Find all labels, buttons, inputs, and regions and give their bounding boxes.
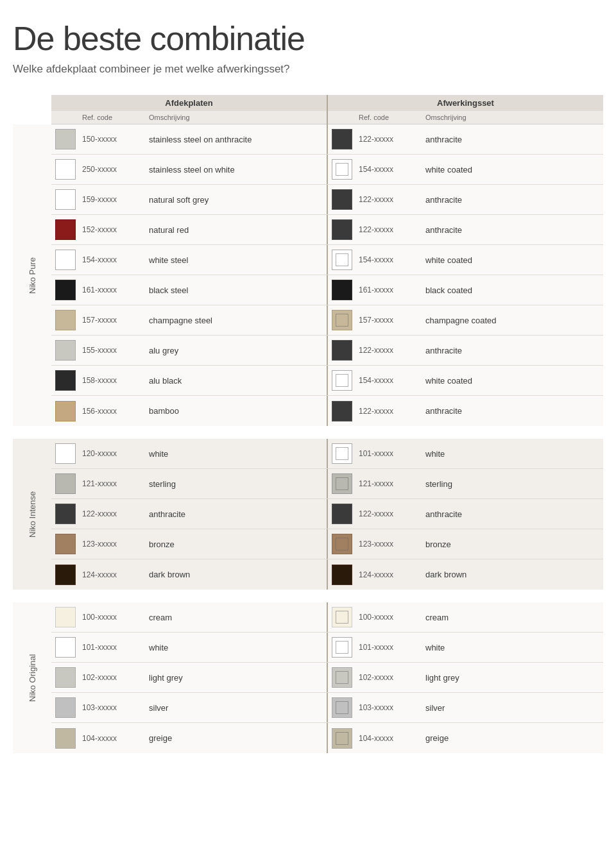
left-ref-code: 102-xxxxx [80,673,144,682]
left-icon-wrap [51,368,80,393]
table-row: 124-xxxxxdark brown124-xxxxxdark brown [51,559,603,590]
brand-label: Niko Intense [13,439,51,590]
right-icon [332,473,352,494]
right-description: white coated [420,376,603,386]
table-row: 159-xxxxxnatural soft grey122-xxxxxanthr… [51,185,603,215]
right-ref-code: 124-xxxxx [356,570,420,579]
right-ref-code: 102-xxxxx [356,673,420,682]
left-icon [55,370,76,391]
right-description: bronze [420,540,603,549]
right-icon [332,728,352,749]
right-ref-code: 100-xxxxx [356,613,420,622]
left-icon-wrap [51,501,80,527]
right-icon-wrap [328,471,356,497]
right-icon [332,697,352,718]
right-description: anthracite [420,225,603,235]
left-ref-code: 124-xxxxx [80,570,144,579]
left-icon [55,637,76,658]
left-description: stainless steel on anthracite [144,135,327,144]
table-row: 250-xxxxxstainless steel on white154-xxx… [51,155,603,185]
right-description: anthracite [420,509,603,519]
right-omschrijving-header: Omschrijving [420,114,603,121]
left-description: silver [144,703,327,713]
right-icon [332,340,352,361]
table-row: 152-xxxxxnatural red122-xxxxxanthracite [51,215,603,245]
right-ref-code: 122-xxxxx [356,225,420,234]
right-icon-wrap [328,695,356,720]
brand-data-area: 100-xxxxxcream100-xxxxxcream101-xxxxxwhi… [51,602,603,753]
left-icon-wrap [51,695,80,720]
right-icon-wrap [328,726,356,751]
right-ref-code: 161-xxxxx [356,285,420,294]
right-ref-code: 154-xxxxx [356,165,420,174]
left-icon [55,667,76,688]
left-icon-wrap [51,726,80,751]
left-icon-wrap [51,126,80,152]
left-icon-wrap [51,398,80,424]
left-icon [55,565,76,585]
left-icon [55,280,76,300]
table-row: 156-xxxxxbamboo122-xxxxxanthracite [51,396,603,426]
table-row: 100-xxxxxcream100-xxxxxcream [51,602,603,633]
section-niko-original: Niko Original100-xxxxxcream100-xxxxxcrea… [13,602,603,753]
left-description: white [144,643,327,652]
left-icon-wrap [51,634,80,660]
left-description: cream [144,613,327,622]
left-ref-code: 123-xxxxx [80,540,144,549]
left-ref-code: 100-xxxxx [80,613,144,622]
right-ref-code: 154-xxxxx [356,376,420,385]
left-description: alu black [144,376,327,386]
left-icon [55,250,76,270]
left-icon [55,401,76,421]
left-ref-code: 152-xxxxx [80,225,144,234]
left-ref-code: 122-xxxxx [80,509,144,518]
left-ref-code: 150-xxxxx [80,135,144,144]
left-ref-code: 103-xxxxx [80,703,144,712]
left-icon [55,504,76,524]
left-description: bamboo [144,406,327,416]
right-description: sterling [420,479,603,489]
sections-container: Niko Pure150-xxxxxstainless steel on ant… [13,124,603,753]
right-icon [332,565,352,585]
left-description: white steel [144,255,327,265]
right-icon-wrap [328,157,356,182]
left-ref-code: 120-xxxxx [80,449,144,458]
left-icon [55,310,76,330]
table-row: 155-xxxxxalu grey122-xxxxxanthracite [51,336,603,366]
right-group-title: Afwerkingsset [328,95,603,111]
left-description: light grey [144,673,327,683]
left-description: sterling [144,479,327,489]
table-row: 102-xxxxxlight grey102-xxxxxlight grey [51,663,603,693]
right-description: silver [420,703,603,713]
right-icon [332,280,352,300]
right-ref-code: 101-xxxxx [356,449,420,458]
brand-label: Niko Pure [13,124,51,426]
section-niko-pure: Niko Pure150-xxxxxstainless steel on ant… [13,124,603,426]
right-icon-wrap [328,277,356,303]
table-row: 161-xxxxxblack steel161-xxxxxblack coate… [51,275,603,305]
left-omschrijving-header: Omschrijving [144,114,327,121]
page-title: De beste combinatie [13,19,603,58]
table-row: 150-xxxxxstainless steel on anthracite12… [51,124,603,155]
left-icon [55,697,76,718]
right-description: white [420,449,603,459]
right-icon-wrap [328,187,356,212]
left-description: champagne steel [144,316,327,325]
right-description: champagne coated [420,316,603,325]
right-icon-wrap [328,217,356,243]
left-icon [55,340,76,361]
right-description: cream [420,613,603,622]
left-icon [55,534,76,554]
right-description: dark brown [420,570,603,579]
table-row: 158-xxxxxalu black154-xxxxxwhite coated [51,366,603,396]
left-icon-wrap [51,531,80,557]
right-icon [332,159,352,180]
left-description: natural soft grey [144,195,327,205]
right-icon [332,504,352,524]
right-ref-code-header: Ref. code [356,114,420,121]
brand-data-area: 120-xxxxxwhite101-xxxxxwhite121-xxxxxste… [51,439,603,590]
left-ref-code: 154-xxxxx [80,255,144,264]
right-description: white coated [420,255,603,265]
left-ref-code: 104-xxxxx [80,734,144,743]
left-ref-code: 158-xxxxx [80,376,144,385]
